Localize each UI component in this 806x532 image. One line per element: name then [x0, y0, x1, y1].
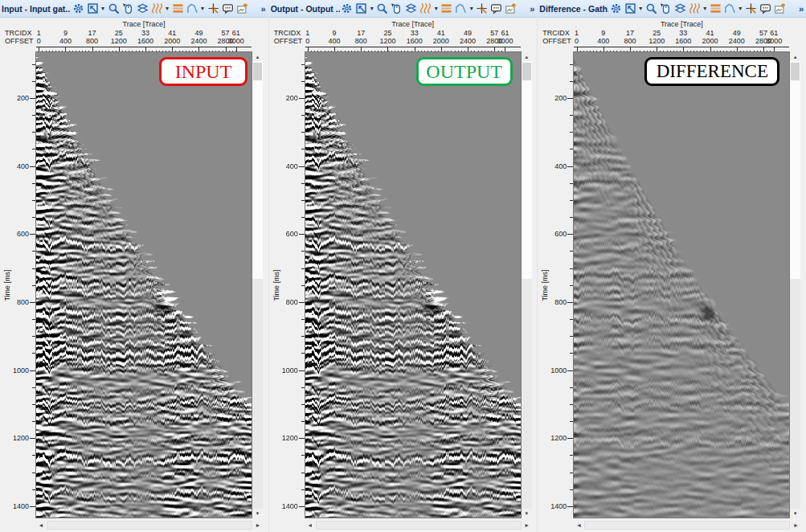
dropdown-caret-icon[interactable]: ▾ [637, 5, 644, 12]
toolbar-overflow-chevron[interactable]: » [799, 4, 804, 14]
zoom-icon[interactable] [375, 2, 390, 16]
horizontal-scrollbar[interactable]: ◄ ► [305, 520, 532, 530]
toolbar-overflow-chevron[interactable]: » [261, 4, 267, 14]
trace-axis-title: Trace [Trace] [305, 20, 521, 28]
wiggle-display-icon[interactable] [149, 2, 164, 16]
layers-icon[interactable] [673, 2, 687, 16]
offset-row: OFFSET 0400800120016002000240028003000 [538, 37, 806, 45]
offset-tick-label: 1600 [137, 37, 153, 45]
mouse-select-icon[interactable] [390, 2, 404, 16]
density-display-icon[interactable] [170, 2, 185, 16]
crosshair-icon[interactable] [206, 2, 220, 16]
vertical-scroll-track[interactable] [522, 61, 532, 279]
polygon-pick-icon[interactable] [185, 2, 199, 16]
export-image-icon[interactable] [772, 2, 787, 16]
trace-tick-label: 1 [305, 29, 309, 37]
time-tick-label: 1200 [13, 434, 29, 442]
comment-icon[interactable] [758, 2, 772, 16]
time-tick-label: 200 [554, 94, 567, 102]
mouse-select-icon[interactable] [121, 2, 135, 16]
scroll-right-button[interactable]: ► [253, 520, 263, 530]
seismic-image[interactable] [36, 52, 252, 518]
horizontal-scrollbar[interactable]: ◄ ► [36, 520, 263, 530]
dropdown-caret-icon[interactable]: ▾ [100, 5, 106, 12]
scroll-up-button[interactable]: ▲ [522, 52, 532, 61]
export-image-icon[interactable] [235, 2, 249, 16]
fit-view-icon[interactable] [85, 2, 100, 16]
scroll-down-button[interactable]: ▼ [790, 509, 800, 518]
dropdown-caret-icon[interactable]: ▾ [199, 5, 206, 12]
scroll-up-button[interactable]: ▲ [790, 52, 800, 61]
toolbar-overflow-chevron[interactable]: » [530, 4, 535, 14]
time-tick [30, 506, 36, 507]
dropdown-caret-icon[interactable]: ▾ [164, 5, 170, 12]
horizontal-scroll-thumb[interactable] [47, 521, 252, 530]
vertical-scrollbar[interactable]: ▲ ▼ [790, 52, 800, 518]
offset-tick-label: 3000 [228, 37, 244, 45]
toolbar-icons: ▾▾▾» [71, 2, 267, 16]
offset-tick-label: 0 [37, 37, 41, 45]
scroll-up-button[interactable]: ▲ [252, 52, 263, 61]
vertical-scroll-track[interactable] [522, 279, 532, 509]
wiggle-display-icon[interactable] [419, 2, 433, 16]
layers-icon[interactable] [135, 2, 149, 16]
dropdown-caret-icon[interactable]: ▾ [702, 5, 708, 12]
scroll-left-button[interactable]: ◄ [36, 520, 46, 530]
polygon-pick-icon[interactable] [722, 2, 737, 16]
zoom-icon[interactable] [644, 2, 658, 16]
scroll-left-button[interactable]: ◄ [574, 520, 583, 530]
settings-icon[interactable] [608, 2, 623, 16]
app-window: Input - Input gat... ▾▾▾» Trace [Trace] … [0, 0, 806, 532]
fit-view-icon[interactable] [354, 2, 369, 16]
crosshair-icon[interactable] [475, 2, 489, 16]
time-tick [299, 438, 305, 439]
seismic-image[interactable] [574, 52, 789, 518]
fit-view-icon[interactable] [623, 2, 637, 16]
trace-tick-label: 57 [759, 29, 767, 37]
export-image-icon[interactable] [504, 2, 518, 16]
offset-tick-label: 2400 [190, 37, 207, 45]
time-tick [30, 302, 36, 303]
dropdown-caret-icon[interactable]: ▾ [433, 5, 440, 12]
dropdown-caret-icon[interactable]: ▾ [468, 5, 475, 12]
horizontal-scroll-thumb[interactable] [316, 521, 522, 530]
vertical-scroll-track[interactable] [252, 61, 263, 279]
seismic-image[interactable] [305, 52, 521, 518]
trace-tick-label: 17 [626, 29, 634, 37]
offset-tick-label: 800 [86, 37, 98, 45]
density-display-icon[interactable] [440, 2, 454, 16]
vertical-scroll-track[interactable] [790, 61, 800, 279]
vertical-scroll-track[interactable] [790, 279, 800, 509]
scroll-down-button[interactable]: ▼ [252, 509, 263, 518]
scroll-left-button[interactable]: ◄ [305, 520, 315, 530]
vertical-scroll-thumb[interactable] [253, 63, 262, 80]
offset-tick-label: 400 [59, 37, 72, 45]
offset-tick-label: 2000 [433, 37, 449, 45]
horizontal-scrollbar[interactable]: ◄ ► [574, 520, 800, 530]
wiggle-display-icon[interactable] [687, 2, 702, 16]
scroll-right-button[interactable]: ► [791, 520, 800, 530]
layers-icon[interactable] [404, 2, 419, 16]
dropdown-caret-icon[interactable]: ▾ [737, 5, 743, 12]
horizontal-scroll-thumb[interactable] [584, 521, 790, 530]
crosshair-icon[interactable] [743, 2, 758, 16]
time-tick [567, 166, 574, 167]
polygon-pick-icon[interactable] [454, 2, 468, 16]
vertical-scroll-thumb[interactable] [522, 63, 531, 80]
density-display-icon[interactable] [708, 2, 722, 16]
scroll-right-button[interactable]: ► [522, 520, 532, 530]
mouse-select-icon[interactable] [658, 2, 673, 16]
vertical-scroll-thumb[interactable] [791, 63, 800, 80]
scroll-down-button[interactable]: ▼ [522, 509, 532, 518]
time-tick [30, 438, 36, 439]
settings-icon[interactable] [340, 2, 354, 16]
settings-icon[interactable] [71, 2, 85, 16]
dropdown-caret-icon[interactable]: ▾ [369, 5, 375, 12]
vertical-scrollbar[interactable]: ▲ ▼ [252, 52, 263, 518]
comment-icon[interactable] [220, 2, 235, 16]
zoom-icon[interactable] [106, 2, 121, 16]
comment-icon[interactable] [489, 2, 504, 16]
time-tick-label: 600 [554, 230, 567, 238]
vertical-scroll-track[interactable] [252, 279, 263, 509]
vertical-scrollbar[interactable]: ▲ ▼ [522, 52, 532, 518]
